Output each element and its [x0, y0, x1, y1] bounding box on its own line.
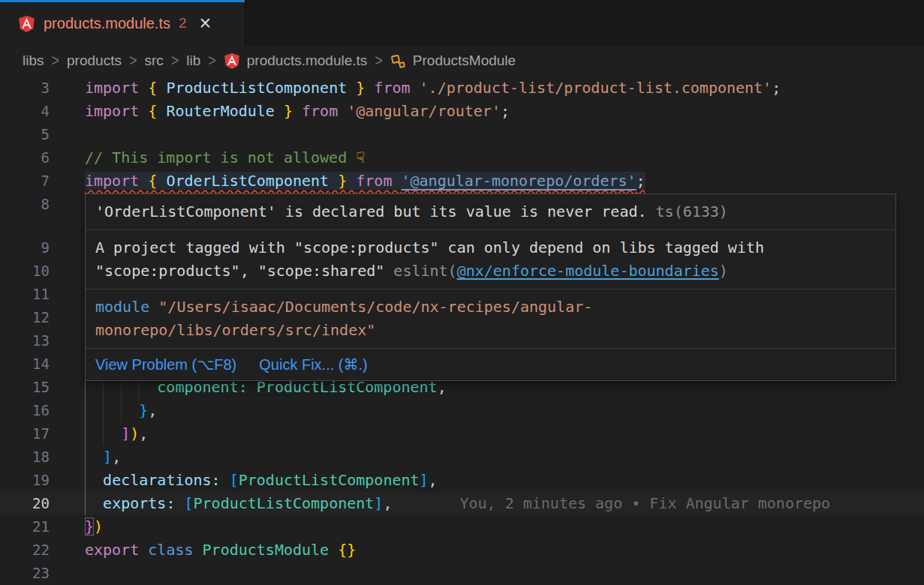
line-number[interactable]: 10: [0, 260, 78, 283]
code-line-6: 6// This import is not allowed ☟: [0, 146, 924, 170]
line-number[interactable]: 11: [0, 283, 78, 306]
code-token: ,: [429, 471, 438, 489]
line-number[interactable]: 16: [0, 399, 78, 422]
line-content[interactable]: ]),: [78, 422, 924, 446]
code-token: ProductsModule: [203, 541, 339, 559]
tab-products-module[interactable]: products.module.ts 2 ×: [0, 0, 245, 46]
code-token: }: [85, 518, 94, 536]
close-icon[interactable]: ×: [200, 14, 212, 34]
code-token: ;: [772, 79, 781, 97]
hover-text: 'OrderListComponent' is declared but its…: [95, 202, 647, 220]
error-squiggle-line: import { OrderListComponent } from '@ang…: [85, 172, 646, 190]
breadcrumb-separator-icon: >: [52, 51, 60, 70]
line-content[interactable]: import { ProductListComponent } from './…: [78, 76, 924, 100]
code-line-18: 18 ],: [0, 446, 924, 469]
line-content[interactable]: exports: [ProductListComponent],You, 2 m…: [78, 492, 924, 515]
hover-text: ): [719, 262, 728, 280]
line-number[interactable]: 9: [0, 236, 78, 260]
breadcrumb-item-products-module-ts[interactable]: products.module.ts: [224, 52, 368, 69]
line-content[interactable]: },: [78, 399, 924, 422]
line-number[interactable]: 14: [0, 352, 78, 376]
code-token: ,: [148, 401, 157, 419]
line-content[interactable]: }): [78, 515, 924, 538]
breadcrumb: libs>products>src>lib>products.module.ts…: [0, 46, 924, 75]
code-token: ]: [374, 494, 383, 512]
indent-guide: [103, 399, 104, 422]
line-number[interactable]: 12: [0, 306, 78, 329]
code-token: '@angular/router': [347, 102, 501, 120]
code-token: {: [148, 172, 166, 190]
line-number[interactable]: 23: [0, 562, 78, 585]
line-number[interactable]: 5: [0, 123, 78, 146]
line-content[interactable]: import { OrderListComponent } from '@ang…: [78, 170, 924, 193]
line-content[interactable]: // This import is not allowed ☟: [78, 146, 924, 170]
code-token: OrderListComponent: [166, 172, 329, 190]
indent-guide: [121, 399, 122, 422]
line-content[interactable]: [78, 123, 924, 146]
active-indent-guide: [85, 492, 86, 515]
breadcrumb-item-libs[interactable]: libs: [23, 52, 44, 69]
quick-fix-link[interactable]: Quick Fix... (⌘.): [259, 353, 367, 376]
breadcrumb-item-src[interactable]: src: [144, 52, 163, 69]
line-number[interactable]: 20: [0, 492, 78, 515]
breadcrumb-item-productsmodule[interactable]: ProductsModule: [390, 52, 516, 69]
code-token: declarations:: [103, 471, 221, 489]
tab-problem-badge: 2: [179, 15, 187, 32]
code-token: ,: [383, 494, 392, 512]
line-content[interactable]: export class ProductsModule {}: [78, 538, 924, 562]
code-line-21: 21}): [0, 515, 924, 538]
line-number[interactable]: 7: [0, 170, 78, 193]
line-number[interactable]: 18: [0, 446, 78, 469]
hover-text-line: 'OrderListComponent' is declared but its…: [95, 200, 886, 224]
tab-title: products.module.ts: [44, 15, 170, 32]
breadcrumb-separator-icon: >: [129, 51, 137, 70]
hover-text-line: "scope:products", "scope:shared" eslint(…: [95, 260, 886, 283]
eslint-rule-link[interactable]: @nx/enforce-module-boundaries: [457, 262, 719, 280]
line-number[interactable]: 8: [0, 193, 78, 216]
code-token: ): [130, 424, 139, 442]
breadcrumb-item-products[interactable]: products: [67, 52, 122, 69]
code-token: ;: [501, 102, 510, 120]
code-line-16: 16 },: [0, 399, 924, 422]
line-number[interactable]: 4: [0, 100, 78, 123]
code-token: [85, 494, 103, 512]
line-number[interactable]: 3: [0, 76, 78, 100]
code-token: }: [347, 79, 374, 97]
line-number[interactable]: 21: [0, 515, 78, 538]
vscode-window: products.module.ts 2 × libs>products>src…: [0, 0, 924, 585]
code-token: }: [139, 401, 148, 419]
code-line-22: 22export class ProductsModule {}: [0, 538, 924, 562]
code-token: [221, 471, 230, 489]
breadcrumb-item-label: libs: [23, 52, 44, 69]
indent-guide: [103, 422, 104, 446]
code-line-20: 20 exports: [ProductListComponent],You, …: [0, 492, 924, 515]
code-token: ,: [139, 424, 148, 442]
line-content[interactable]: declarations: [ProductListComponent],: [78, 469, 924, 492]
code-line-3: 3import { ProductListComponent } from '.…: [0, 76, 924, 100]
code-token: export: [85, 541, 148, 559]
code-token: }: [329, 172, 356, 190]
line-number[interactable]: 6: [0, 146, 78, 170]
breadcrumb-item-label: products.module.ts: [247, 52, 368, 69]
line-number[interactable]: 17: [0, 422, 78, 446]
line-content[interactable]: ],: [78, 446, 924, 469]
code-token: ProductListComponent: [166, 79, 347, 97]
view-problem-link[interactable]: View Problem (⌥F8): [95, 353, 236, 376]
git-blame-annotation: You, 2 minutes ago • Fix Angular monorep…: [459, 494, 830, 512]
line-number[interactable]: 19: [0, 469, 78, 492]
active-indent-guide: [85, 399, 86, 422]
code-token: ☟: [356, 148, 365, 166]
line-number[interactable]: 13: [0, 329, 78, 352]
code-token: import: [85, 79, 148, 97]
line-content[interactable]: [78, 562, 924, 585]
line-content[interactable]: import { RouterModule } from '@angular/r…: [78, 100, 924, 123]
code-line-5: 5: [0, 123, 924, 146]
active-indent-guide: [85, 422, 86, 446]
line-number[interactable]: 15: [0, 376, 78, 399]
breadcrumb-separator-icon: >: [171, 51, 179, 70]
breadcrumb-item-lib[interactable]: lib: [186, 52, 200, 69]
hover-text: ts(6133): [647, 202, 728, 220]
code-token: // This import is not allowed: [85, 148, 356, 166]
hover-text: monorepo/libs/orders/src/index": [95, 321, 375, 339]
line-number[interactable]: 22: [0, 538, 78, 562]
